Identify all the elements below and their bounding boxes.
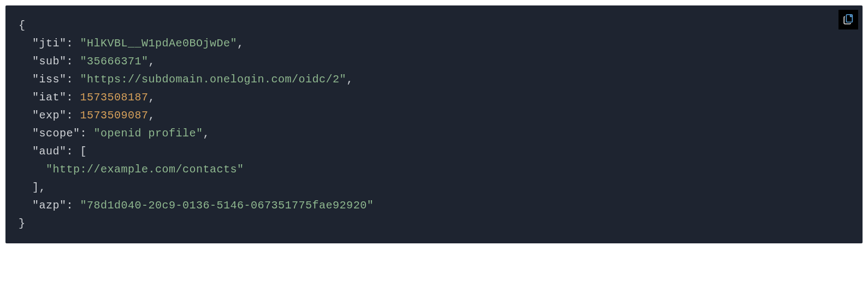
key-iat: "iat": [32, 91, 67, 104]
bracket-open: [: [80, 145, 87, 158]
key-azp: "azp": [32, 199, 67, 212]
brace-open: {: [19, 19, 26, 32]
key-aud: "aud": [32, 145, 67, 158]
code-block: { "jti": "HlKVBL__W1pdAe0BOjwDe", "sub":…: [5, 5, 863, 243]
val-exp: 1573509087: [80, 109, 149, 122]
code-pre: { "jti": "HlKVBL__W1pdAe0BOjwDe", "sub":…: [19, 16, 849, 232]
val-iat: 1573508187: [80, 91, 149, 104]
val-jti: "HlKVBL__W1pdAe0BOjwDe": [80, 37, 238, 50]
val-aud-item: "http://example.com/contacts": [46, 163, 244, 176]
val-iss: "https://subdomain.onelogin.com/oidc/2": [80, 73, 347, 86]
brace-close: }: [19, 217, 26, 230]
val-scope: "openid profile": [94, 127, 203, 140]
key-sub: "sub": [32, 55, 67, 68]
copy-button[interactable]: [839, 10, 858, 29]
key-scope: "scope": [32, 127, 80, 140]
key-iss: "iss": [32, 73, 67, 86]
key-jti: "jti": [32, 37, 67, 50]
val-sub: "35666371": [80, 55, 149, 68]
copy-icon: [842, 13, 854, 27]
val-azp: "78d1d040-20c9-0136-5146-067351775fae929…: [80, 199, 374, 212]
key-exp: "exp": [32, 109, 67, 122]
bracket-close: ]: [32, 181, 39, 194]
